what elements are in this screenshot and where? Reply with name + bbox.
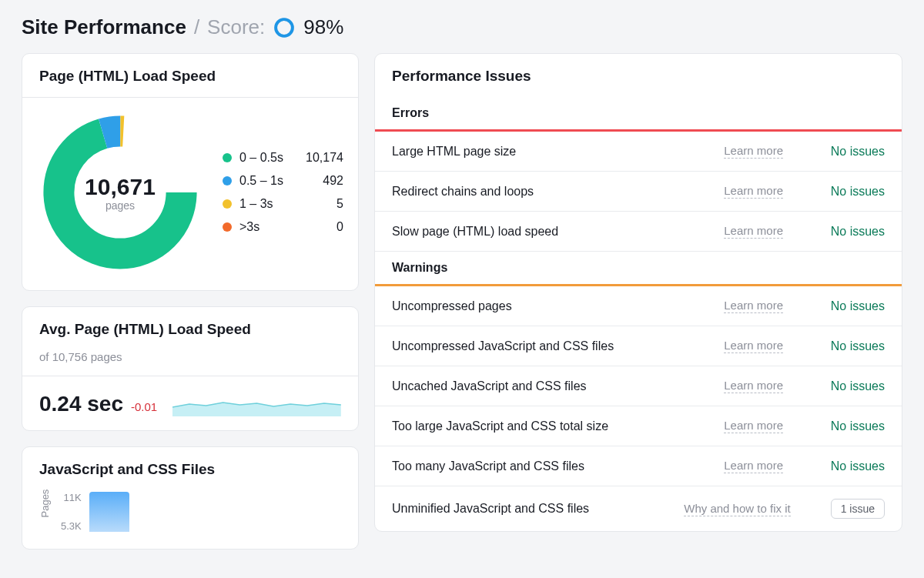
- issue-status: No issues: [823, 419, 885, 433]
- donut-chart: 10,671 pages: [39, 112, 201, 273]
- legend-dot-icon: [223, 222, 232, 232]
- card-avg-load-speed: Avg. Page (HTML) Load Speed of 10,756 pa…: [22, 306, 359, 431]
- legend-label: >3s: [239, 220, 297, 234]
- page-title: Site Performance: [22, 15, 186, 39]
- score-ring-icon: [273, 16, 296, 39]
- issue-status: No issues: [823, 379, 885, 393]
- card-load-speed-title: Page (HTML) Load Speed: [39, 68, 341, 85]
- learn-more-link[interactable]: Learn more: [724, 224, 783, 239]
- legend-dot-icon: [223, 199, 232, 209]
- card-jscss: JavaScript and CSS Files Pages 11K 5.3K: [22, 446, 359, 550]
- yaxis-tick: 11K: [64, 492, 82, 503]
- score-label: Score:: [207, 15, 265, 39]
- learn-more-link[interactable]: Learn more: [724, 184, 783, 199]
- issue-name: Unminified JavaScript and CSS files: [392, 502, 675, 516]
- legend-item[interactable]: >3s 0: [223, 220, 343, 234]
- learn-more-link[interactable]: Learn more: [724, 419, 783, 433]
- legend-item[interactable]: 0.5 – 1s 492: [223, 174, 343, 188]
- card-issues-title: Performance Issues: [392, 68, 885, 85]
- score-percent: 98%: [303, 15, 343, 39]
- sparkline-chart: [172, 389, 341, 416]
- issue-name: Uncompressed JavaScript and CSS files: [392, 339, 715, 353]
- donut-legend: 0 – 0.5s 10,174 0.5 – 1s 492 1 – 3s 5: [223, 151, 343, 234]
- legend-dot-icon: [223, 176, 232, 185]
- avg-delta: -0.01: [131, 400, 157, 416]
- legend-item[interactable]: 1 – 3s 5: [223, 197, 343, 211]
- donut-total-label: pages: [105, 199, 135, 212]
- legend-item[interactable]: 0 – 0.5s 10,174: [223, 151, 343, 165]
- issues-warnings-heading: Warnings: [375, 252, 902, 286]
- issue-name: Redirect chains and loops: [392, 185, 715, 199]
- page-header: Site Performance / Score: 98%: [22, 15, 902, 39]
- issue-name: Uncompressed pages: [392, 299, 715, 313]
- issue-row[interactable]: Slow page (HTML) load speed Learn more N…: [375, 212, 902, 252]
- issue-status: No issues: [823, 225, 885, 239]
- avg-value: 0.24 sec: [39, 392, 123, 416]
- issue-status: No issues: [823, 339, 885, 353]
- card-load-speed: Page (HTML) Load Speed 10,671 pages: [22, 53, 359, 291]
- legend-label: 0 – 0.5s: [239, 151, 297, 165]
- issue-status: No issues: [823, 145, 885, 159]
- issue-row[interactable]: Uncompressed JavaScript and CSS files Le…: [375, 326, 902, 366]
- legend-value: 492: [305, 174, 343, 188]
- issue-count-badge[interactable]: 1 issue: [831, 499, 885, 519]
- issue-status: No issues: [823, 185, 885, 199]
- learn-more-link[interactable]: Learn more: [724, 379, 783, 393]
- learn-more-link[interactable]: Learn more: [724, 144, 783, 159]
- issue-row[interactable]: Too large JavaScript and CSS total size …: [375, 406, 902, 446]
- legend-dot-icon: [223, 153, 232, 162]
- legend-value: 10,174: [305, 151, 343, 165]
- learn-more-link[interactable]: Learn more: [724, 339, 783, 353]
- donut-total: 10,671: [85, 174, 156, 199]
- avg-subtitle: of 10,756 pages: [22, 341, 358, 376]
- issues-errors-heading: Errors: [375, 97, 902, 132]
- issue-name: Slow page (HTML) load speed: [392, 225, 715, 239]
- issue-row[interactable]: Too many JavaScript and CSS files Learn …: [375, 446, 902, 486]
- breadcrumb-sep: /: [194, 15, 199, 39]
- card-avg-title: Avg. Page (HTML) Load Speed: [39, 321, 341, 338]
- legend-value: 0: [305, 220, 343, 234]
- card-performance-issues: Performance Issues Errors Large HTML pag…: [374, 53, 902, 532]
- learn-more-link[interactable]: Learn more: [724, 299, 783, 313]
- issue-status: No issues: [823, 459, 885, 473]
- svg-point-1: [276, 19, 293, 36]
- bar-chart-bar: [89, 492, 129, 532]
- learn-more-link[interactable]: Learn more: [724, 459, 783, 473]
- issue-row[interactable]: Uncompressed pages Learn more No issues: [375, 286, 902, 326]
- issue-row[interactable]: Uncached JavaScript and CSS files Learn …: [375, 366, 902, 406]
- issue-row[interactable]: Unminified JavaScript and CSS files Why …: [375, 486, 902, 531]
- issue-row[interactable]: Large HTML page size Learn more No issue…: [375, 132, 902, 172]
- legend-label: 0.5 – 1s: [239, 174, 297, 188]
- issue-name: Too many JavaScript and CSS files: [392, 459, 715, 473]
- legend-label: 1 – 3s: [239, 197, 297, 211]
- issue-name: Too large JavaScript and CSS total size: [392, 419, 715, 433]
- yaxis-ticks: 11K 5.3K: [61, 492, 82, 532]
- issue-row[interactable]: Redirect chains and loops Learn more No …: [375, 172, 902, 212]
- issue-status: No issues: [823, 299, 885, 313]
- legend-value: 5: [305, 197, 343, 211]
- issue-name: Large HTML page size: [392, 145, 715, 159]
- yaxis-label: Pages: [39, 506, 51, 517]
- card-jscss-title: JavaScript and CSS Files: [39, 461, 341, 478]
- why-fix-link[interactable]: Why and how to fix it: [684, 502, 790, 516]
- yaxis-tick: 5.3K: [61, 520, 82, 532]
- issue-name: Uncached JavaScript and CSS files: [392, 379, 715, 393]
